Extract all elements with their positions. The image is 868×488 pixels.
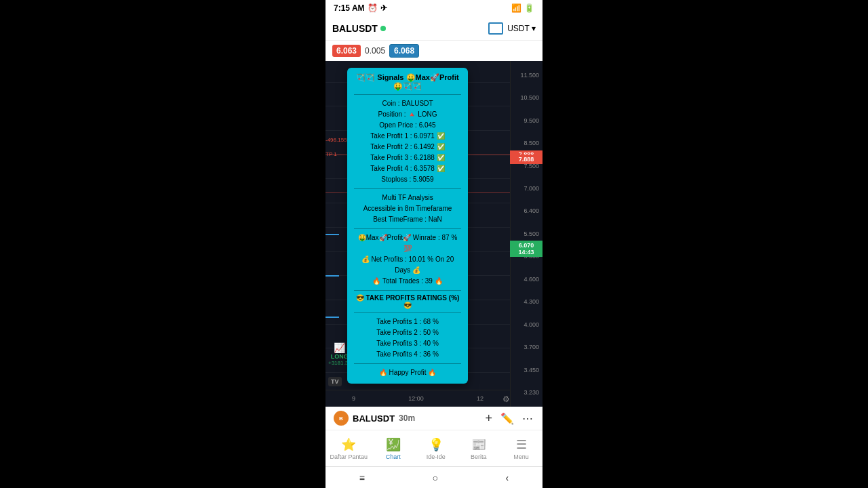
add-button[interactable]: + (484, 411, 494, 426)
signal-tp1-rating: Take Profits 1 : 68 % (354, 317, 461, 327)
alarm-icon: ⏰ (368, 3, 378, 13)
android-menu-btn[interactable]: ≡ (359, 472, 365, 483)
tab-menu[interactable]: ☰ Menu (505, 437, 538, 460)
ide-ide-icon: 💡 (429, 437, 443, 452)
signal-analysis-subtitle: Accessible in 8m Timefarame (354, 203, 461, 214)
phone-container: 7:15 AM ⏰ ✈ 📶 🔋 BALUSDT USDT ▾ 6.063 0.0… (326, 0, 542, 488)
bottom-actions: + ✏️ ⋯ (484, 411, 534, 426)
divider-2 (354, 188, 461, 189)
daftar-pantau-label: Daftar Pantau (330, 453, 368, 460)
tab-daftar-pantau[interactable]: ⭐ Daftar Pantau (330, 437, 368, 460)
signal-best-tf: Best TimeFrame : NaN (354, 214, 461, 225)
current-price-badge: 6.070 14:43 (510, 241, 542, 257)
chart-icon: 💹 (386, 437, 401, 452)
signal-footer: 🔥 Happy Profit 🔥 (354, 367, 461, 378)
price-level-8: 5.500 (512, 230, 541, 237)
chart-area: 11.500 10.500 9.500 8.500 7.500 7.000 6.… (326, 61, 542, 407)
signal-coin: Coin : BALUSDT (354, 98, 461, 109)
left-label-value: -496.155 (326, 137, 347, 143)
price-level-13: 3.700 (512, 344, 541, 350)
price-axis: 11.500 10.500 9.500 8.500 7.500 7.000 6.… (510, 61, 542, 407)
send-icon: ✈ (380, 3, 387, 13)
android-nav-bar: ≡ ○ ‹ (326, 466, 542, 488)
time-label-1200: 12:00 (408, 395, 424, 402)
signal-tp4-rating: Take Profits 4 : 36 % (354, 349, 461, 360)
long-label: LONG (331, 353, 349, 360)
divider-3 (354, 228, 461, 229)
signal-stoploss: Stoploss : 5.9059 (354, 174, 461, 185)
chart-label: Chart (386, 453, 401, 460)
time-label-12: 12 (477, 395, 484, 402)
price-level-3: 9.500 (512, 117, 541, 124)
tab-chart[interactable]: 💹 Chart (376, 437, 410, 460)
price-row: 6.063 0.005 6.068 (326, 41, 542, 61)
bottom-bar: B BALUSDT 30m + ✏️ ⋯ ⭐ Daftar Pantau 💹 C… (326, 407, 542, 466)
signal-tp2: Take Profit 2 : 6.1492 ✅ (354, 142, 461, 152)
price-level-6: 7.000 (512, 185, 541, 192)
berita-label: Berita (471, 453, 487, 460)
price-level-10: 4.600 (512, 276, 541, 283)
blue-indicator-line-1 (326, 234, 339, 235)
daftar-pantau-icon: ⭐ (341, 437, 356, 452)
more-button[interactable]: ⋯ (521, 411, 534, 426)
signal-max-profit: 🤑Max🚀Profit🚀 Winrate : 87 % 💯 (354, 232, 461, 254)
price-level-12: 4.000 (512, 321, 541, 328)
signal-tp4: Take Profit 4 : 6.3578 ✅ (354, 163, 461, 174)
tab-berita[interactable]: 📰 Berita (462, 437, 496, 460)
left-label-tp: TP 1 (326, 151, 337, 157)
coin-name-text: BALUSDT (332, 23, 378, 34)
ide-ide-label: Ide-Ide (427, 453, 446, 460)
chart-settings-icon[interactable]: ⚙ (502, 394, 510, 404)
signal-card: 🏹🏹 Signals 🤑Max🚀Profit 🤑🏹🏹 Coin : BALUSD… (347, 68, 468, 384)
draw-button[interactable]: ✏️ (499, 411, 515, 426)
time-display: 7:15 AM (334, 3, 365, 13)
top-bar-right: USDT ▾ (488, 22, 536, 35)
signal-card-title: 🏹🏹 Signals 🤑Max🚀Profit 🤑🏹🏹 (354, 73, 461, 91)
currency-selector[interactable]: USDT ▾ (507, 24, 536, 33)
menu-icon: ☰ (516, 437, 527, 452)
bottom-coin-info: B BALUSDT 30m (334, 411, 415, 426)
coin-name-header: BALUSDT (332, 23, 386, 34)
price-level-2: 10.500 (512, 94, 541, 101)
red-price-badge: 7.888 (510, 155, 542, 164)
divider-6 (354, 363, 461, 364)
divider-5 (354, 312, 461, 313)
tab-ide-ide[interactable]: 💡 Ide-Ide (419, 437, 453, 460)
signal-ratings-title: 😎 TAKE PROFITS RATINGS (%) 😎 (354, 294, 461, 309)
signal-open-price: Open Price : 6.045 (354, 120, 461, 131)
android-back-btn[interactable]: ‹ (506, 472, 509, 483)
layout-icon[interactable] (488, 22, 503, 35)
green-status-dot (380, 26, 386, 31)
signal-icon: 📶 (511, 3, 521, 13)
price-level-4: 8.500 (512, 140, 541, 146)
blue-indicator-line-3 (326, 317, 339, 318)
berita-icon: 📰 (471, 437, 486, 452)
price-change: 0.005 (365, 46, 385, 56)
blue-indicator-line-2 (326, 275, 339, 277)
coin-avatar: B (334, 411, 349, 426)
nav-tabs: ⭐ Daftar Pantau 💹 Chart 💡 Ide-Ide 📰 Beri… (326, 430, 542, 466)
signal-tp2-rating: Take Profits 2 : 50 % (354, 327, 461, 338)
price-level-1: 11.500 (512, 72, 541, 79)
signal-tp1: Take Profit 1 : 6.0971 ✅ (354, 131, 461, 142)
price-level-15: 3.230 (512, 389, 541, 396)
menu-label: Menu (513, 453, 529, 460)
battery-display: 🔋 (524, 3, 534, 13)
signal-analysis-title: Multi TF Analysis (354, 192, 461, 203)
status-right: 📶 🔋 (511, 3, 534, 13)
signal-tp3-rating: Take Profits 3 : 40 % (354, 338, 461, 349)
timeframe-badge: 30m (399, 413, 415, 423)
bottom-coin-name: BALUSDT (353, 413, 395, 424)
tradingview-watermark: TV (328, 377, 342, 386)
price-level-7: 6.400 (512, 207, 541, 214)
divider-4 (354, 290, 461, 291)
time-label-9: 9 (352, 395, 355, 402)
price-level-11: 4.300 (512, 298, 541, 305)
android-home-btn[interactable]: ○ (433, 472, 438, 483)
top-bar: BALUSDT USDT ▾ (326, 16, 542, 41)
price-badge-red: 6.063 (332, 45, 361, 57)
status-left: 7:15 AM ⏰ ✈ (334, 3, 387, 13)
status-bar: 7:15 AM ⏰ ✈ 📶 🔋 (326, 0, 542, 16)
signal-total-trades: 🔥 Total Trades : 39 🔥 (354, 276, 461, 287)
bottom-top-bar: B BALUSDT 30m + ✏️ ⋯ (326, 407, 542, 430)
